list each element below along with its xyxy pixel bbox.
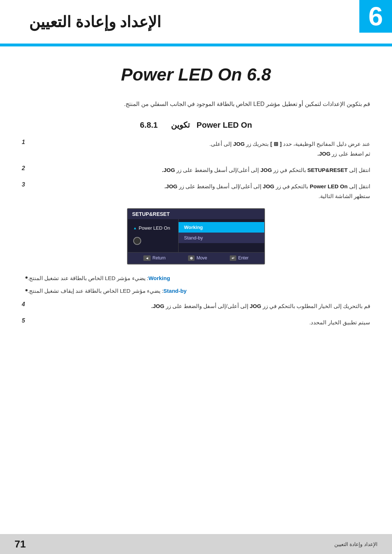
osd-enter-btn: ↵ [230, 255, 236, 261]
step-4-number: 4 [22, 301, 31, 308]
step-2-number: 2 [22, 165, 31, 172]
step-1-number: 1 [22, 139, 31, 145]
osd-icon-area [128, 233, 178, 249]
step-1-content: عند عرض دليل المفاتيح الوظيفية، حدد [ ⊞ … [34, 139, 370, 159]
bullet-list: Working: يضيء مؤشر LED الخاص بالطاقة عند… [22, 274, 370, 296]
step-5: 5 سيتم تطبيق الخيار المحدد. [22, 317, 370, 327]
step-2: 2 انتقل إلى SETUP&RESET بالتحكم في زر JO… [22, 165, 370, 175]
osd-enter-label: Enter [238, 255, 249, 260]
footer-page-number: 71 [15, 538, 26, 550]
osd-return-label: Return [152, 255, 166, 260]
bullet-item-working: Working: يضيء مؤشر LED الخاص بالطاقة عند… [22, 274, 370, 283]
bullet-item-standby: Stand-by: يضيء مؤشر LED الخاص بالطاقة عن… [22, 286, 370, 296]
osd-circle-icon [133, 237, 141, 245]
step-1: 1 عند عرض دليل المفاتيح الوظيفية، حدد [ … [22, 139, 370, 159]
page-header: الإعداد وإعادة التعيين 6 [0, 0, 392, 44]
osd-footer: ◄ Return ⊕ Move ↵ Enter [128, 252, 264, 264]
osd-move-label: Move [196, 255, 207, 260]
intro-text: قم بتكوين الإعدادات لتمكين أو تعطيل مؤشر… [22, 99, 370, 110]
bullet-dot-working [25, 276, 28, 279]
osd-menu-container: SETUP&RESET Power LED On Working Stand-b… [22, 208, 370, 264]
bullet-text-working: Working: يضيء مؤشر LED الخاص بالطاقة عند… [28, 274, 170, 283]
blue-divider [0, 44, 392, 46]
osd-menu-item-label: Power LED On [139, 225, 170, 231]
osd-menu-item-power-led: Power LED On [128, 223, 178, 233]
bullet-text-standby: Stand-by: يضيء مؤشر LED الخاص بالطاقة عن… [28, 286, 187, 296]
chapter-title: الإعداد وإعادة التعيين [29, 13, 161, 31]
footer-text: الإعداد وإعادة التعيين [334, 541, 377, 547]
osd-return-btn: ◄ [143, 255, 151, 261]
chapter-number-box: 6 [359, 0, 392, 33]
osd-option-working: Working [179, 222, 264, 233]
page-title: Power LED On 6.8 [22, 65, 370, 85]
section-title-english: Power LED On [197, 120, 252, 130]
osd-left-panel: Power LED On [128, 219, 179, 252]
chapter-number: 6 [368, 3, 383, 29]
step-5-content: سيتم تطبيق الخيار المحدد. [34, 317, 370, 327]
osd-footer-enter: ↵ Enter [230, 255, 249, 261]
section-number: 6.8.1 [140, 120, 158, 130]
main-content: Power LED On 6.8 قم بتكوين الإعدادات لتم… [0, 46, 392, 363]
osd-option-standby: Stand-by [179, 233, 264, 243]
osd-move-btn: ⊕ [188, 255, 195, 261]
osd-footer-move: ⊕ Move [188, 255, 207, 261]
section-heading: 6.8.1 تكوين Power LED On [22, 120, 370, 130]
step-2-content: انتقل إلى SETUP&RESET بالتحكم في زر JOG … [34, 165, 370, 175]
osd-body: Power LED On Working Stand-by [128, 219, 264, 252]
step-4-content: قم بالتحريك إلى الخيار المطلوب بالتحكم ف… [34, 301, 370, 311]
step-3-content: انتقل إلى Power LED On بالتحكم في زر JOG… [34, 181, 370, 201]
osd-title: SETUP&RESET [128, 209, 264, 219]
page-footer: الإعداد وإعادة التعيين 71 [0, 534, 392, 554]
osd-right-panel: Working Stand-by [179, 219, 264, 252]
step-3-number: 3 [22, 181, 31, 188]
bullet-term-standby: Stand-by [163, 288, 187, 294]
step-5-number: 5 [22, 317, 31, 324]
osd-menu: SETUP&RESET Power LED On Working Stand-b… [127, 208, 265, 264]
section-title-arabic: تكوين [171, 120, 190, 130]
step-4: 4 قم بالتحريك إلى الخيار المطلوب بالتحكم… [22, 301, 370, 311]
osd-footer-return: ◄ Return [143, 255, 166, 261]
step-3: 3 انتقل إلى Power LED On بالتحكم في زر J… [22, 181, 370, 201]
bullet-term-working: Working [148, 275, 170, 281]
